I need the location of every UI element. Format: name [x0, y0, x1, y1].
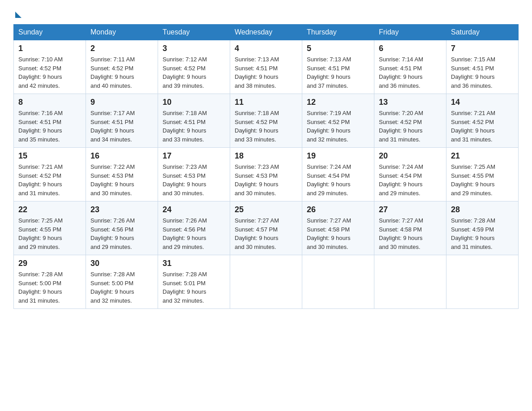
calendar-cell: 28Sunrise: 7:28 AMSunset: 4:59 PMDayligh… — [446, 201, 519, 255]
weekday-header-tuesday: Tuesday — [158, 25, 230, 40]
day-number: 20 — [379, 151, 442, 161]
day-info: Sunrise: 7:25 AMSunset: 4:55 PMDaylight:… — [451, 163, 514, 197]
weekday-header-row: SundayMondayTuesdayWednesdayThursdayFrid… — [14, 25, 519, 40]
calendar-cell: 24Sunrise: 7:26 AMSunset: 4:56 PMDayligh… — [158, 201, 230, 255]
page-header — [13, 9, 519, 16]
calendar-cell — [374, 255, 446, 309]
day-info: Sunrise: 7:10 AMSunset: 4:52 PMDaylight:… — [18, 55, 81, 90]
day-info: Sunrise: 7:16 AMSunset: 4:51 PMDaylight:… — [18, 109, 81, 144]
day-info: Sunrise: 7:23 AMSunset: 4:53 PMDaylight:… — [163, 163, 225, 197]
day-info: Sunrise: 7:28 AMSunset: 5:00 PMDaylight:… — [18, 270, 81, 305]
day-number: 15 — [18, 151, 81, 161]
day-info: Sunrise: 7:27 AMSunset: 4:57 PMDaylight:… — [235, 216, 297, 251]
day-info: Sunrise: 7:27 AMSunset: 4:58 PMDaylight:… — [379, 216, 442, 251]
day-info: Sunrise: 7:17 AMSunset: 4:51 PMDaylight:… — [90, 109, 153, 144]
calendar-cell: 26Sunrise: 7:27 AMSunset: 4:58 PMDayligh… — [302, 201, 374, 255]
calendar-cell: 22Sunrise: 7:25 AMSunset: 4:55 PMDayligh… — [14, 201, 86, 255]
calendar-week-row: 8Sunrise: 7:16 AMSunset: 4:51 PMDaylight… — [14, 94, 519, 148]
day-info: Sunrise: 7:20 AMSunset: 4:52 PMDaylight:… — [379, 109, 442, 144]
day-info: Sunrise: 7:22 AMSunset: 4:53 PMDaylight:… — [90, 163, 153, 197]
calendar-cell — [446, 255, 519, 309]
calendar-cell: 29Sunrise: 7:28 AMSunset: 5:00 PMDayligh… — [14, 255, 86, 309]
day-number: 13 — [379, 98, 442, 107]
day-number: 7 — [451, 44, 514, 53]
day-info: Sunrise: 7:21 AMSunset: 4:52 PMDaylight:… — [18, 163, 81, 197]
calendar-cell: 25Sunrise: 7:27 AMSunset: 4:57 PMDayligh… — [230, 201, 302, 255]
calendar-week-row: 1Sunrise: 7:10 AMSunset: 4:52 PMDaylight… — [14, 40, 519, 94]
day-number: 26 — [307, 205, 369, 214]
day-number: 21 — [451, 151, 514, 161]
calendar-week-row: 22Sunrise: 7:25 AMSunset: 4:55 PMDayligh… — [14, 201, 519, 255]
calendar-table: SundayMondayTuesdayWednesdayThursdayFrid… — [13, 24, 519, 309]
day-info: Sunrise: 7:28 AMSunset: 5:01 PMDaylight:… — [163, 270, 225, 305]
day-number: 4 — [235, 44, 297, 53]
day-info: Sunrise: 7:15 AMSunset: 4:51 PMDaylight:… — [451, 55, 514, 90]
day-number: 5 — [307, 44, 369, 53]
day-number: 9 — [90, 98, 153, 107]
day-info: Sunrise: 7:27 AMSunset: 4:58 PMDaylight:… — [307, 216, 369, 251]
calendar-cell: 13Sunrise: 7:20 AMSunset: 4:52 PMDayligh… — [374, 94, 446, 148]
day-number: 24 — [163, 205, 225, 214]
calendar-cell: 11Sunrise: 7:18 AMSunset: 4:52 PMDayligh… — [230, 94, 302, 148]
day-number: 27 — [379, 205, 442, 214]
calendar-cell: 2Sunrise: 7:11 AMSunset: 4:52 PMDaylight… — [86, 40, 158, 94]
calendar-cell: 23Sunrise: 7:26 AMSunset: 4:56 PMDayligh… — [86, 201, 158, 255]
calendar-cell: 8Sunrise: 7:16 AMSunset: 4:51 PMDaylight… — [14, 94, 86, 148]
weekday-header-wednesday: Wednesday — [230, 25, 302, 40]
day-info: Sunrise: 7:26 AMSunset: 4:56 PMDaylight:… — [90, 216, 153, 251]
calendar-cell: 3Sunrise: 7:12 AMSunset: 4:52 PMDaylight… — [158, 40, 230, 94]
day-number: 1 — [18, 44, 81, 53]
day-number: 12 — [307, 98, 369, 107]
day-number: 22 — [18, 205, 81, 214]
calendar-cell: 7Sunrise: 7:15 AMSunset: 4:51 PMDaylight… — [446, 40, 519, 94]
day-info: Sunrise: 7:25 AMSunset: 4:55 PMDaylight:… — [18, 216, 81, 251]
day-info: Sunrise: 7:19 AMSunset: 4:52 PMDaylight:… — [307, 109, 369, 144]
weekday-header-thursday: Thursday — [302, 25, 374, 40]
day-number: 6 — [379, 44, 442, 53]
calendar-week-row: 29Sunrise: 7:28 AMSunset: 5:00 PMDayligh… — [14, 255, 519, 309]
weekday-header-saturday: Saturday — [446, 25, 519, 40]
day-number: 23 — [90, 205, 153, 214]
day-number: 16 — [90, 151, 153, 161]
day-number: 2 — [90, 44, 153, 53]
logo-arrow-icon — [15, 12, 21, 18]
calendar-cell: 10Sunrise: 7:18 AMSunset: 4:51 PMDayligh… — [158, 94, 230, 148]
day-info: Sunrise: 7:28 AMSunset: 4:59 PMDaylight:… — [451, 216, 514, 251]
day-number: 11 — [235, 98, 297, 107]
day-info: Sunrise: 7:24 AMSunset: 4:54 PMDaylight:… — [307, 163, 369, 197]
day-number: 31 — [163, 259, 225, 268]
logo — [13, 9, 21, 16]
day-number: 29 — [18, 259, 81, 268]
calendar-cell: 19Sunrise: 7:24 AMSunset: 4:54 PMDayligh… — [302, 148, 374, 201]
weekday-header-sunday: Sunday — [14, 25, 86, 40]
calendar-cell: 12Sunrise: 7:19 AMSunset: 4:52 PMDayligh… — [302, 94, 374, 148]
calendar-cell — [230, 255, 302, 309]
weekday-header-friday: Friday — [374, 25, 446, 40]
calendar-cell: 27Sunrise: 7:27 AMSunset: 4:58 PMDayligh… — [374, 201, 446, 255]
calendar-cell: 15Sunrise: 7:21 AMSunset: 4:52 PMDayligh… — [14, 148, 86, 201]
day-info: Sunrise: 7:26 AMSunset: 4:56 PMDaylight:… — [163, 216, 225, 251]
calendar-cell: 21Sunrise: 7:25 AMSunset: 4:55 PMDayligh… — [446, 148, 519, 201]
day-number: 8 — [18, 98, 81, 107]
day-number: 30 — [90, 259, 153, 268]
calendar-cell: 1Sunrise: 7:10 AMSunset: 4:52 PMDaylight… — [14, 40, 86, 94]
day-info: Sunrise: 7:28 AMSunset: 5:00 PMDaylight:… — [90, 270, 153, 305]
day-info: Sunrise: 7:11 AMSunset: 4:52 PMDaylight:… — [90, 55, 153, 90]
calendar-cell: 16Sunrise: 7:22 AMSunset: 4:53 PMDayligh… — [86, 148, 158, 201]
calendar-week-row: 15Sunrise: 7:21 AMSunset: 4:52 PMDayligh… — [14, 148, 519, 201]
calendar-cell: 14Sunrise: 7:21 AMSunset: 4:52 PMDayligh… — [446, 94, 519, 148]
day-number: 3 — [163, 44, 225, 53]
calendar-cell: 4Sunrise: 7:13 AMSunset: 4:51 PMDaylight… — [230, 40, 302, 94]
calendar-cell: 5Sunrise: 7:13 AMSunset: 4:51 PMDaylight… — [302, 40, 374, 94]
calendar-cell: 18Sunrise: 7:23 AMSunset: 4:53 PMDayligh… — [230, 148, 302, 201]
weekday-header-monday: Monday — [86, 25, 158, 40]
day-number: 19 — [307, 151, 369, 161]
day-info: Sunrise: 7:23 AMSunset: 4:53 PMDaylight:… — [235, 163, 297, 197]
day-number: 28 — [451, 205, 514, 214]
day-number: 10 — [163, 98, 225, 107]
day-info: Sunrise: 7:13 AMSunset: 4:51 PMDaylight:… — [307, 55, 369, 90]
day-info: Sunrise: 7:14 AMSunset: 4:51 PMDaylight:… — [379, 55, 442, 90]
calendar-cell: 31Sunrise: 7:28 AMSunset: 5:01 PMDayligh… — [158, 255, 230, 309]
day-info: Sunrise: 7:12 AMSunset: 4:52 PMDaylight:… — [163, 55, 225, 90]
day-info: Sunrise: 7:18 AMSunset: 4:51 PMDaylight:… — [163, 109, 225, 144]
